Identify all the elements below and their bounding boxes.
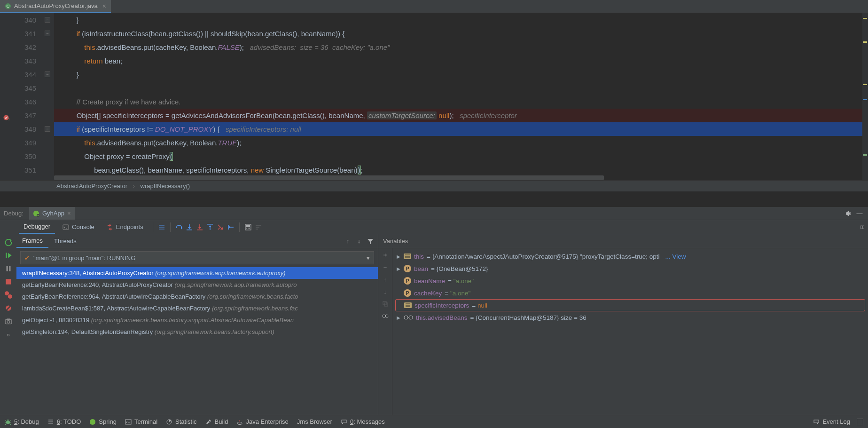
rerun-icon[interactable] — [4, 238, 13, 246]
line-number[interactable]: 350 — [0, 150, 36, 163]
endpoints-tab[interactable]: Endpoints — [102, 220, 148, 234]
variable-row[interactable]: specificInterceptors = null — [395, 299, 865, 311]
close-icon[interactable]: × — [67, 210, 71, 217]
resume-icon[interactable] — [4, 251, 13, 260]
debugger-tab[interactable]: Debugger — [19, 220, 55, 234]
close-icon[interactable]: × — [102, 2, 106, 10]
status-spring[interactable]: Spring — [89, 418, 117, 425]
drop-frame-icon[interactable] — [217, 223, 224, 231]
line-number[interactable]: 340 — [0, 13, 36, 27]
frame-down-icon[interactable]: ↓ — [355, 238, 363, 245]
code-line[interactable]: if (isInfrastructureClass(bean.getClass(… — [54, 27, 862, 40]
fold-toggle[interactable]: − — [45, 31, 50, 36]
horizontal-scrollbar[interactable] — [54, 175, 604, 180]
step-out-icon[interactable] — [206, 223, 214, 231]
evaluate-icon[interactable] — [244, 223, 252, 231]
code-line[interactable]: Object[] specificInterceptors = getAdvic… — [54, 109, 862, 122]
pause-icon[interactable] — [4, 264, 13, 273]
settings-icon[interactable] — [844, 210, 851, 217]
code-line[interactable] — [54, 81, 862, 95]
force-step-into-icon[interactable] — [196, 223, 203, 231]
more-icon[interactable]: » — [4, 330, 13, 339]
layout-icon[interactable] — [860, 223, 868, 231]
breadcrumb-method[interactable]: wrapIfNecessary() — [141, 182, 190, 190]
stack-frame[interactable]: lambda$doCreateBean$1:587, AbstractAutow… — [16, 302, 378, 314]
variable-row[interactable]: ▶this.advisedBeans = {ConcurrentHashMap@… — [392, 311, 868, 324]
trace-icon[interactable] — [255, 223, 262, 231]
expand-arrow[interactable]: ▶ — [396, 266, 401, 271]
code-line[interactable]: } — [54, 68, 862, 81]
status-todo[interactable]: 6: TODO — [47, 418, 81, 425]
expand-arrow[interactable]: ▶ — [396, 254, 401, 259]
threads-icon[interactable] — [158, 223, 165, 231]
line-number[interactable]: 347? — [0, 109, 36, 122]
thread-selector[interactable]: ✔ "main"@1 in group "main": RUNNING ▾ — [20, 251, 374, 264]
code-line[interactable]: // Create proxy if we have advice. — [54, 95, 862, 109]
line-number[interactable]: 351 — [0, 163, 36, 177]
filter-icon[interactable] — [367, 238, 374, 245]
line-number[interactable]: 342 — [0, 40, 36, 54]
new-watch-icon[interactable]: ＋ — [382, 251, 389, 259]
run-to-cursor-icon[interactable] — [227, 223, 235, 231]
fold-toggle[interactable]: − — [45, 17, 50, 23]
stack-frame[interactable]: getEarlyBeanReference:240, AbstractAutoP… — [16, 279, 378, 291]
file-tab[interactable]: C AbstractAutoProxyCreator.java × — [0, 0, 111, 13]
code-line[interactable]: bean.getClass(), beanName, specificInter… — [54, 163, 862, 177]
status-statistic[interactable]: Statistic — [166, 418, 197, 425]
status-jms[interactable]: Jms Browser — [297, 418, 332, 425]
watch-up-icon[interactable]: ↑ — [382, 276, 389, 283]
run-config-tab[interactable]: GyhApp × — [29, 207, 75, 220]
frame-up-icon[interactable]: ↑ — [344, 238, 352, 245]
frames-tab[interactable]: Frames — [16, 234, 48, 248]
step-into-icon[interactable] — [186, 223, 193, 231]
show-watches-icon[interactable] — [382, 312, 389, 320]
memory-indicator[interactable] — [857, 419, 863, 425]
threads-tab[interactable]: Threads — [48, 234, 82, 248]
code-line[interactable]: return bean; — [54, 54, 862, 68]
expand-arrow[interactable]: ▶ — [396, 315, 401, 320]
duplicate-watch-icon[interactable] — [382, 300, 389, 308]
line-number[interactable]: 349 — [0, 136, 36, 150]
view-breakpoints-icon[interactable] — [4, 291, 13, 299]
remove-watch-icon[interactable]: − — [382, 263, 389, 271]
console-tab[interactable]: Console — [58, 220, 99, 234]
frames-list[interactable]: wrapIfNecessary:348, AbstractAutoProxyCr… — [16, 267, 378, 415]
variable-row[interactable]: ▶this = {AnnotationAwareAspectJAutoProxy… — [392, 250, 868, 262]
variable-row[interactable]: PcacheKey = "a.one" — [392, 287, 868, 299]
stack-frame[interactable]: wrapIfNecessary:348, AbstractAutoProxyCr… — [16, 267, 378, 279]
minimize-icon[interactable]: — — [856, 210, 863, 217]
camera-icon[interactable] — [4, 317, 13, 325]
status-java-enterprise[interactable]: Java Enterprise — [236, 418, 288, 425]
watch-down-icon[interactable]: ↓ — [382, 288, 389, 295]
line-number[interactable]: 341 — [0, 27, 36, 40]
status-debug[interactable]: 5: Debug — [5, 418, 39, 425]
chevron-down-icon[interactable]: ▾ — [367, 254, 370, 262]
status-build[interactable]: Build — [205, 418, 228, 425]
line-number[interactable]: 343 — [0, 54, 36, 68]
status-messages[interactable]: 0: Messages — [341, 418, 385, 425]
breakpoint-icon[interactable]: ? — [3, 111, 9, 118]
status-event-log[interactable]: Event Log — [813, 418, 850, 425]
step-over-icon[interactable] — [175, 223, 183, 231]
line-number[interactable]: 348 — [0, 122, 36, 136]
variable-row[interactable]: PbeanName = "a.one" — [392, 275, 868, 287]
status-terminal[interactable]: Terminal — [125, 418, 157, 425]
line-number[interactable]: 346 — [0, 95, 36, 109]
code-line[interactable]: if (specificInterceptors != DO_NOT_PROXY… — [54, 122, 862, 136]
variables-list[interactable]: ▶this = {AnnotationAwareAspectJAutoProxy… — [392, 248, 868, 415]
stack-frame[interactable]: getEarlyBeanReference:964, AbstractAutow… — [16, 291, 378, 302]
stack-frame[interactable]: getSingleton:194, DefaultSingletonBeanRe… — [16, 326, 378, 338]
mute-breakpoints-icon[interactable] — [4, 304, 13, 312]
stop-icon[interactable] — [4, 277, 13, 286]
breadcrumb[interactable]: AbstractAutoProxyCreator › wrapIfNecessa… — [0, 180, 868, 191]
breadcrumb-class[interactable]: AbstractAutoProxyCreator — [56, 182, 127, 190]
stack-frame[interactable]: getObject:-1, 883020319 (org.springframe… — [16, 314, 378, 326]
code-area[interactable]: } if (isInfrastructureClass(bean.getClas… — [54, 13, 862, 180]
code-line[interactable]: } — [54, 13, 862, 27]
line-number[interactable]: 344 — [0, 68, 36, 81]
code-line[interactable]: this.advisedBeans.put(cacheKey, Boolean.… — [54, 136, 862, 150]
line-number[interactable]: 345 — [0, 81, 36, 95]
fold-toggle[interactable]: − — [45, 126, 50, 132]
code-line[interactable]: this.advisedBeans.put(cacheKey, Boolean.… — [54, 40, 862, 54]
variable-row[interactable]: ▶Pbean = {OneBean@5172} — [392, 262, 868, 275]
